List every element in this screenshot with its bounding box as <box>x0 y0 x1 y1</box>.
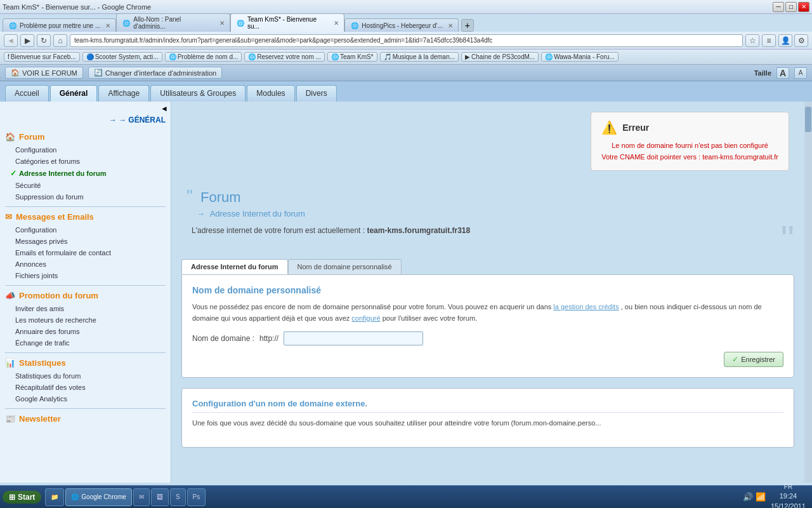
sidebar-item-adresse-internet[interactable]: Adresse Internet du forum <box>0 167 171 180</box>
sys-tray: 🔊 📶 <box>743 492 766 502</box>
sidebar-item-securite[interactable]: Sécurité <box>0 180 171 191</box>
browser-tab-4[interactable]: 🌐 HostingPics - Hebergeur d'... ✕ <box>344 18 459 32</box>
tab-favicon-3: 🌐 <box>236 18 245 27</box>
config-title: Configuration d'un nom de domaine extern… <box>192 399 783 413</box>
refresh-button[interactable]: ↻ <box>37 34 51 47</box>
tab-utilisateurs[interactable]: Utilisateurs & Groupes <box>150 85 246 102</box>
network-icon[interactable]: 📶 <box>756 492 766 502</box>
breadcrumb: " Forum → Adresse Internet du forum <box>181 186 794 218</box>
maximize-button[interactable]: □ <box>785 2 797 12</box>
sidebar-item-recapitulatif-votes[interactable]: Récapitulatif des votes <box>0 382 171 393</box>
start-button[interactable]: ⊞ Start <box>3 491 41 504</box>
sidebar-section-newsletter[interactable]: 📰 Newsletter <box>5 414 166 424</box>
bookmark-icon-7: ▶ <box>465 53 470 60</box>
minimize-button[interactable]: ─ <box>773 2 784 12</box>
size-down-button[interactable]: A <box>794 67 807 79</box>
taskbar-app-mail[interactable]: ✉ <box>133 488 150 506</box>
sidebar-item-messages-prives[interactable]: Messages privés <box>0 236 171 247</box>
sidebar-section-promotion[interactable]: 📣 Promotion du forum <box>5 291 166 300</box>
new-tab-button[interactable]: + <box>461 19 474 32</box>
bookmark-probleme[interactable]: 🌐 Problème de nom d... <box>165 52 242 62</box>
settings-button[interactable]: ⚙ <box>794 34 808 47</box>
changer-interface-button[interactable]: 🔄 Changer d'interface d'administration <box>88 67 222 79</box>
sidebar-item-inviter-amis[interactable]: Inviter des amis <box>0 303 171 314</box>
tab-close-3[interactable]: ✕ <box>334 20 339 27</box>
sidebar-item-moteurs[interactable]: Les moteurs de recherche <box>0 314 171 326</box>
size-up-button[interactable]: A <box>776 67 789 79</box>
bookmark-icon-5: 🌐 <box>331 53 339 60</box>
tab-close-1[interactable]: ✕ <box>105 22 110 29</box>
sidebar-item-google-analytics[interactable]: Google Analytics <box>0 393 171 404</box>
tab-label-2: Allo-Nom : Panel d'adminis... <box>133 16 214 30</box>
back-button[interactable]: ◄ <box>4 34 18 47</box>
bookmark-musique[interactable]: 🎵 Musique à la deman... <box>380 52 459 62</box>
person-button[interactable]: 👤 <box>778 34 792 47</box>
sidebar-section-forum[interactable]: 🏠 Forum <box>5 132 166 142</box>
tab-general[interactable]: Général <box>50 85 98 102</box>
sidebar-item-annuaire[interactable]: Annuaire des forums <box>0 326 171 337</box>
taskbar-app-explorer[interactable]: 📁 <box>45 488 64 506</box>
scrollbar[interactable] <box>804 102 812 483</box>
photoshop-icon: Ps <box>193 493 200 500</box>
tab-close-2[interactable]: ✕ <box>219 20 225 27</box>
sidebar-section-messages[interactable]: ✉ Messages et Emails <box>5 212 166 222</box>
panel-description: Vous ne possédez pas encore de nom de do… <box>192 302 783 324</box>
address-bar[interactable]: team-kms.forumgratuit.fr/admin/index.for… <box>70 34 743 47</box>
voir-forum-button[interactable]: 🏠 VOIR LE FORUM <box>5 67 83 79</box>
panel-tab-domaine[interactable]: Nom de domaine personnalisé <box>288 259 402 274</box>
error-line2: Votre CNAME doit pointer vers : team-kms… <box>601 153 778 161</box>
forward-button[interactable]: ▶ <box>20 34 34 47</box>
tab-divers-label: Divers <box>306 89 327 98</box>
gestion-credits-link[interactable]: la gestion des crédits <box>553 303 619 311</box>
save-icon: ✓ <box>732 355 738 364</box>
sidebar-item-configuration-2[interactable]: Configuration <box>0 224 171 236</box>
chrome-icon: 🌐 <box>71 493 79 500</box>
sidebar-item-fichiers-joints[interactable]: Fichiers joints <box>0 270 171 281</box>
sidebar-section-statistiques[interactable]: 📊 Statistiques <box>5 358 166 368</box>
sidebar-item-emails[interactable]: Emails et formulaire de contact <box>0 247 171 258</box>
sidebar-item-annonces[interactable]: Annonces <box>0 258 171 270</box>
home-button[interactable]: ⌂ <box>53 34 67 47</box>
close-button[interactable]: ✕ <box>798 2 809 12</box>
bookmark-wawa[interactable]: 🌐 Wawa-Mania - Foru... <box>541 52 619 62</box>
tab-modules[interactable]: Modules <box>247 85 294 102</box>
tab-label-4: HostingPics - Hebergeur d'... <box>362 22 443 29</box>
taskbar-app-chrome[interactable]: 🌐 Google Chrome <box>65 488 132 506</box>
domain-name-input[interactable] <box>284 331 423 345</box>
sidebar-item-suppression[interactable]: Suppression du forum <box>0 191 171 203</box>
sidebar-item-stats-forum[interactable]: Statistiques du forum <box>0 370 171 382</box>
browser-tab-2[interactable]: 🌐 Allo-Nom : Panel d'adminis... ✕ <box>116 13 230 32</box>
error-text: Le nom de domaine fourni n'est pas bien … <box>601 140 778 163</box>
bookmark-facebook[interactable]: f Bienvenue sur Faceb... <box>4 52 80 62</box>
error-line1: Le nom de domaine fourni n'est pas bien … <box>612 142 768 149</box>
bookmark-teamkms[interactable]: 🌐 Team KmS* <box>327 52 377 62</box>
tab-divers[interactable]: Divers <box>296 85 337 102</box>
tools-button[interactable]: ≡ <box>762 34 776 47</box>
newsletter-section-icon: 📰 <box>5 414 15 424</box>
sidebar-item-categories[interactable]: Catégories et forums <box>0 156 171 167</box>
browser-tab-1[interactable]: 🌐 Problème pour mettre une ... ✕ <box>3 18 116 32</box>
star-button[interactable]: ☆ <box>745 34 759 47</box>
info-section: L'adresse internet de votre forum est ac… <box>181 224 794 249</box>
bookmark-reservez[interactable]: 🌐 Reservez votre nom ... <box>244 52 325 62</box>
tab-affichage[interactable]: Affichage <box>98 85 149 102</box>
taskbar-app-photo[interactable]: 🖼 <box>151 488 169 506</box>
panel-tab-adresse[interactable]: Adresse Internet du forum <box>181 259 288 274</box>
sidebar-item-echange-trafic[interactable]: Échange de trafic <box>0 337 171 349</box>
browser-tab-3[interactable]: 🌐 Team KmS* - Bienvenue su... ✕ <box>230 13 344 32</box>
statistiques-section-label: Statistiques <box>19 358 66 368</box>
enregistrer-button[interactable]: ✓ Enregistrer <box>724 352 783 367</box>
configure-link[interactable]: configuré <box>351 314 380 322</box>
quote-right-decoration: " <box>781 230 794 249</box>
tab-close-4[interactable]: ✕ <box>448 22 453 29</box>
tab-accueil[interactable]: Accueil <box>5 85 49 102</box>
bookmark-youtube[interactable]: ▶ Chaine de PS3codM... <box>461 52 539 62</box>
scroll-thumb[interactable] <box>805 107 811 132</box>
sidebar-item-configuration-1[interactable]: Configuration <box>0 144 171 156</box>
taskbar-app-photoshop[interactable]: Ps <box>187 488 206 506</box>
volume-icon[interactable]: 🔊 <box>743 492 753 502</box>
taskbar-app-skype[interactable]: S <box>170 488 186 506</box>
bookmark-scooter[interactable]: 🔵 Scooter System, acti... <box>82 52 162 62</box>
error-container: ⚠️ Erreur Le nom de domaine fourni n'est… <box>181 107 794 181</box>
sidebar-toggle[interactable]: ◄ <box>0 102 171 116</box>
